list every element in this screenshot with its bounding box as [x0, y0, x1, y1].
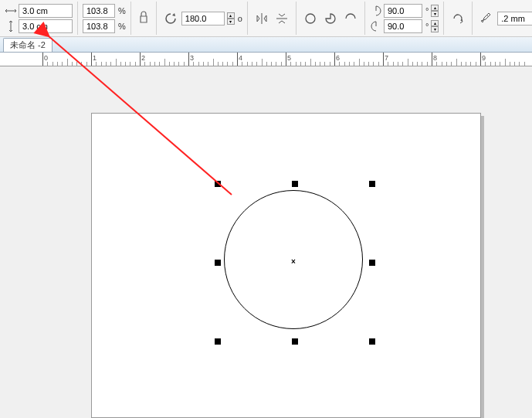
- arc-start-input[interactable]: 90.0: [384, 4, 422, 18]
- height-icon: [5, 20, 17, 32]
- outline-group: .2 mm: [473, 2, 532, 35]
- lock-group: [131, 2, 157, 35]
- document-tab[interactable]: 未命名 -2: [3, 38, 53, 52]
- swap-direction-button[interactable]: [449, 9, 467, 28]
- ruler-label: 8: [433, 54, 437, 62]
- object-center-marker: ×: [291, 257, 296, 266]
- width-input[interactable]: 3.0 cm: [19, 4, 73, 18]
- property-bar: 3.0 cm 3.0 cm 103.8 % 103.8 % 180.0 ▴▾ o: [0, 0, 532, 37]
- outline-pen-icon: [477, 9, 496, 28]
- scale-y-input[interactable]: 103.8: [83, 19, 115, 33]
- ruler-label: 7: [385, 54, 388, 62]
- arc-start-unit: °: [425, 6, 429, 15]
- rotate-icon: [161, 9, 180, 28]
- handle-e[interactable]: [369, 260, 375, 266]
- document-tabs: 未命名 -2: [0, 37, 532, 53]
- arc-start-icon: [370, 5, 382, 17]
- svg-point-0: [306, 14, 315, 23]
- arc-end-spinner[interactable]: ▴▾: [431, 20, 439, 32]
- direction-group: [444, 2, 473, 35]
- ellipse-shape-group: [296, 2, 365, 35]
- ruler-label: 4: [239, 54, 242, 62]
- ruler-label: 2: [141, 54, 145, 62]
- mirror-horizontal-button[interactable]: [252, 9, 271, 28]
- arc-end-input[interactable]: 90.0: [384, 19, 422, 33]
- arc-button[interactable]: [341, 9, 360, 28]
- scale-x-unit: %: [118, 6, 126, 15]
- outline-width-input[interactable]: .2 mm: [497, 12, 532, 25]
- handle-se[interactable]: [369, 338, 375, 345]
- rotation-unit: o: [238, 14, 242, 23]
- height-input[interactable]: 3.0 cm: [19, 19, 73, 33]
- handle-n[interactable]: [292, 181, 298, 187]
- width-icon: [5, 5, 17, 17]
- ruler-label: 9: [482, 54, 486, 62]
- lock-aspect-button[interactable]: [134, 9, 153, 28]
- handle-ne[interactable]: [369, 181, 375, 187]
- rotation-group: 180.0 ▴▾ o: [157, 2, 248, 35]
- size-group: 3.0 cm 3.0 cm: [0, 2, 78, 35]
- ruler-label: 0: [44, 54, 48, 62]
- ruler-label: 6: [336, 54, 340, 62]
- mirror-group: [248, 2, 296, 35]
- pie-button[interactable]: [321, 9, 340, 28]
- handle-s[interactable]: [292, 338, 298, 345]
- rotation-input[interactable]: 180.0: [181, 12, 225, 25]
- handle-sw[interactable]: [215, 338, 221, 345]
- arc-end-icon: [370, 20, 382, 32]
- arc-angle-group: 90.0 ° ▴▾ 90.0 ° ▴▾: [365, 2, 444, 35]
- mirror-vertical-button[interactable]: [273, 9, 291, 28]
- horizontal-ruler[interactable]: 0123456789: [0, 53, 532, 66]
- canvas[interactable]: ×: [0, 66, 532, 418]
- scale-x-input[interactable]: 103.8: [83, 4, 115, 18]
- handle-nw[interactable]: [215, 181, 221, 187]
- rotation-spinner[interactable]: ▴▾: [227, 12, 235, 25]
- ellipse-button[interactable]: [301, 9, 320, 28]
- scale-group: 103.8 % 103.8 %: [78, 2, 131, 35]
- arc-start-spinner[interactable]: ▴▾: [431, 5, 439, 17]
- ruler-label: 3: [190, 54, 194, 62]
- ruler-label: 5: [287, 54, 291, 62]
- ruler-label: 1: [93, 54, 97, 62]
- arc-end-unit: °: [425, 22, 429, 31]
- handle-w[interactable]: [215, 260, 221, 266]
- scale-y-unit: %: [118, 22, 126, 31]
